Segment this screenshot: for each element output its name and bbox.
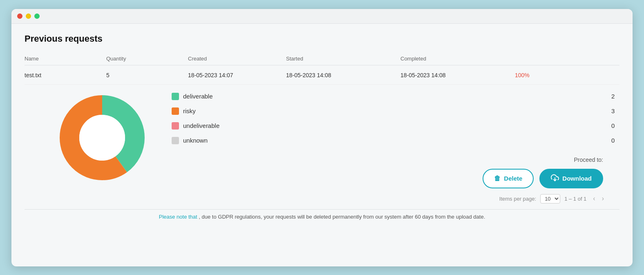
col-started: Started (286, 56, 400, 62)
legend-color-undeliverable (172, 122, 179, 130)
pagination-bar: Items per page: 10 25 50 1 – 1 of 1 ‹ › (25, 188, 619, 206)
minimize-btn[interactable] (26, 13, 31, 19)
donut-chart (57, 93, 147, 183)
footer-text: , due to GDPR regulations, your requests… (199, 214, 485, 220)
delete-button[interactable]: 🗑 Delete (483, 169, 534, 188)
cell-completed: 18-05-2023 14:08 (400, 72, 515, 78)
legend-color-risky (172, 107, 179, 115)
legend-count-undeliverable: 0 (611, 122, 619, 129)
footer-note: Please note that , due to GDPR regulatio… (25, 209, 619, 226)
col-percent (515, 56, 619, 62)
chart-legend: deliverable 2 risky 3 undeliverable 0 (172, 93, 619, 144)
col-quantity: Quantity (106, 56, 188, 62)
legend-item-deliverable: deliverable 2 (172, 93, 619, 100)
legend-label-undeliverable: undeliverable (183, 122, 607, 129)
proceed-label: Proceed to: (574, 157, 603, 163)
table-header: Name Quantity Created Started Completed (25, 52, 619, 65)
prev-page-button[interactable]: ‹ (590, 194, 597, 203)
legend-label-deliverable: deliverable (183, 93, 607, 100)
download-icon (551, 174, 559, 183)
legend-label-risky: risky (183, 107, 607, 114)
maximize-btn[interactable] (34, 13, 40, 19)
legend-item-risky: risky 3 (172, 107, 619, 115)
legend-color-deliverable (172, 93, 179, 100)
next-page-button[interactable]: › (599, 194, 606, 203)
app-window: Previous requests Name Quantity Created … (11, 9, 633, 266)
items-per-page-select[interactable]: 10 25 50 (540, 194, 560, 203)
donut-center (79, 115, 125, 161)
pagination-nav: ‹ › (590, 194, 606, 203)
col-name: Name (25, 56, 106, 62)
right-section: deliverable 2 risky 3 undeliverable 0 (172, 93, 619, 188)
legend-color-unknown (172, 137, 179, 144)
legend-count-risky: 3 (611, 107, 619, 114)
actions-area: Proceed to: 🗑 Delete (172, 157, 619, 188)
table-row: test.txt 5 18-05-2023 14:07 18-05-2023 1… (25, 66, 619, 85)
legend-item-undeliverable: undeliverable 0 (172, 122, 619, 130)
legend-label-unknown: unknown (183, 137, 607, 144)
legend-item-unknown: unknown 0 (172, 137, 619, 144)
page-title: Previous requests (25, 34, 619, 44)
cell-started: 18-05-2023 14:08 (286, 72, 400, 78)
legend-count-deliverable: 2 (611, 93, 619, 100)
cell-percent: 100% (515, 72, 619, 78)
cell-name: test.txt (25, 72, 106, 78)
close-btn[interactable] (17, 13, 22, 19)
download-label: Download (562, 175, 592, 182)
col-completed: Completed (400, 56, 515, 62)
delete-label: Delete (504, 175, 522, 182)
cell-created: 18-05-2023 14:07 (188, 72, 286, 78)
legend-count-unknown: 0 (611, 137, 619, 144)
download-button[interactable]: Download (539, 169, 603, 188)
main-content: Previous requests Name Quantity Created … (11, 24, 633, 235)
titlebar (11, 9, 633, 24)
pagination-range: 1 – 1 of 1 (564, 196, 586, 202)
items-per-page-label: Items per page: (499, 196, 536, 202)
col-created: Created (188, 56, 286, 62)
cell-quantity: 5 (106, 72, 188, 78)
trash-icon: 🗑 (494, 175, 501, 182)
actions-buttons: 🗑 Delete Download (483, 169, 603, 188)
footer-highlight: Please note that (159, 214, 197, 220)
